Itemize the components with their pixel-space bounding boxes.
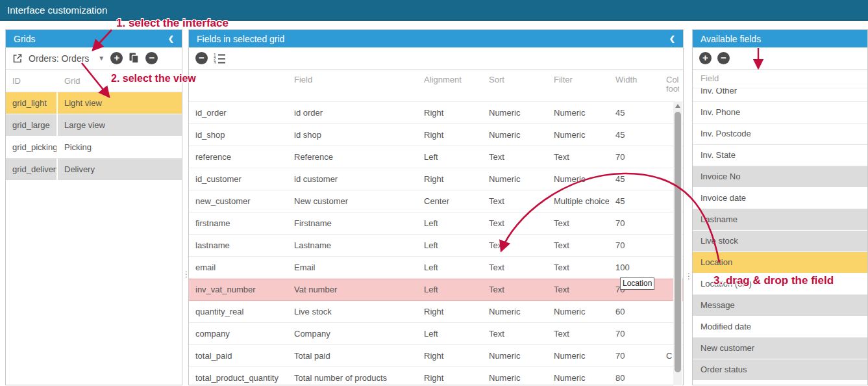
remove-available-button[interactable]: − xyxy=(717,52,730,64)
numbered-list-icon[interactable]: 1 2 3 xyxy=(214,53,227,64)
cell-sort: Numeric xyxy=(482,367,547,386)
cell-alignment: Right xyxy=(417,124,482,146)
cell-alignment: Center xyxy=(417,190,482,212)
panel-resize-handle-right[interactable]: ⋮ xyxy=(685,275,689,278)
cell-grid: Delivery xyxy=(58,159,182,180)
available-field-item[interactable]: Order status xyxy=(693,359,867,381)
field-row[interactable]: total_paidTotal paidRightNumericNumeric7… xyxy=(189,345,683,367)
annotation-step1: 1. select the interface xyxy=(116,17,229,30)
cell-field: Firstname xyxy=(288,212,417,234)
scrollbar-thumb[interactable] xyxy=(675,112,681,372)
available-field-item[interactable]: Lastname xyxy=(693,209,867,231)
cell-width: 45 xyxy=(609,190,660,212)
fields-panel-title: Fields in selected grid xyxy=(197,34,284,44)
fields-table-header: FieldAlignmentSortFilterWidthColumn foot… xyxy=(189,70,683,102)
field-row[interactable]: id_shopid shopRightNumericNumeric45 xyxy=(189,124,683,146)
cell-field: Company xyxy=(288,323,417,344)
fields-table-body: id_orderid orderRightNumericNumeric45id_… xyxy=(189,102,683,386)
cell-filter: Text xyxy=(547,212,609,234)
cell-alignment: Right xyxy=(417,301,482,322)
grid-row[interactable]: grid_deliveryDelivery xyxy=(6,159,182,181)
field-row[interactable]: firstnameFirstnameLeftTextText70 xyxy=(189,212,683,235)
field-row[interactable]: id_orderid orderRightNumericNumeric45 xyxy=(189,102,683,124)
fields-panel: Fields in selected grid ❮ − 1 2 3 FieldA… xyxy=(188,29,684,385)
cell-alignment: Right xyxy=(417,168,482,190)
column-header xyxy=(189,70,288,101)
grids-toolbar: Orders: Orders ▼ + − xyxy=(6,47,182,70)
remove-grid-button[interactable]: − xyxy=(145,52,158,64)
cell-field: id shop xyxy=(288,124,417,146)
cell-alignment: Right xyxy=(417,345,482,367)
grid-row[interactable]: grid_largeLarge view xyxy=(6,114,182,136)
cell-id: firstname xyxy=(189,212,288,234)
available-field-item[interactable]: Live stock xyxy=(693,231,867,252)
cell-sort: Text xyxy=(482,235,547,256)
cell-width: 70 xyxy=(609,146,660,168)
field-row[interactable]: inv_vat_numberVat numberLeftTextText70 xyxy=(189,279,683,301)
cell-field: Vat number xyxy=(288,279,417,300)
available-fields-panel: Available fields + − Field Inv. OtherInv… xyxy=(692,29,868,385)
scroll-up-icon[interactable] xyxy=(675,104,680,108)
available-toolbar: + − xyxy=(693,47,867,70)
field-row[interactable]: lastnameLastnameLeftTextText70 xyxy=(189,235,683,257)
field-row[interactable]: new_customerNew customerCenterTextMultip… xyxy=(189,190,683,212)
field-row[interactable]: referenceReferenceLeftTextText70 xyxy=(189,146,683,168)
cell-id: email xyxy=(189,257,288,278)
cell-field: id customer xyxy=(288,168,417,190)
cell-id: total_product_quantity xyxy=(189,367,288,386)
field-row[interactable]: total_product_quantityTotal number of pr… xyxy=(189,367,683,386)
grid-row[interactable]: grid_pickingPicking xyxy=(6,136,182,159)
available-field-item[interactable]: Location xyxy=(693,252,867,274)
grid-row[interactable]: grid_lightLight view xyxy=(6,92,182,114)
available-field-item[interactable]: Modified date xyxy=(693,316,867,338)
cell-field: Email xyxy=(288,257,417,278)
column-header: Alignment xyxy=(417,70,482,101)
copy-grid-button[interactable] xyxy=(129,53,140,64)
available-field-item[interactable]: Inv. Phone xyxy=(693,102,867,123)
cell-alignment: Left xyxy=(417,212,482,234)
cell-alignment: Left xyxy=(417,235,482,256)
drag-ghost: Location xyxy=(620,277,654,290)
cell-grid: Picking xyxy=(58,136,182,158)
available-field-item[interactable]: Invoice No xyxy=(693,166,867,188)
external-link-icon[interactable] xyxy=(12,53,23,64)
field-row[interactable]: id_customerid customerRightNumericNumeri… xyxy=(189,168,683,190)
fields-panel-header: Fields in selected grid ❮ xyxy=(189,30,683,47)
cell-id: lastname xyxy=(189,235,288,256)
cell-width: 45 xyxy=(609,124,660,146)
available-field-item[interactable]: New customer xyxy=(693,338,867,359)
cell-width: 70 xyxy=(609,345,660,367)
field-row[interactable]: quantity_realLive stockRightNumericNumer… xyxy=(189,301,683,323)
svg-text:3: 3 xyxy=(214,60,216,64)
collapse-left-icon[interactable]: ❮ xyxy=(168,34,174,43)
add-field-button[interactable]: + xyxy=(699,52,712,64)
panel-resize-handle-left[interactable]: ⋮ xyxy=(182,273,186,276)
add-grid-button[interactable]: + xyxy=(110,52,123,64)
available-field-item[interactable]: Inv. State xyxy=(693,145,867,166)
available-field-item[interactable]: Inv. Other xyxy=(693,88,867,102)
cell-id: grid_picking xyxy=(6,136,58,158)
cell-alignment: Right xyxy=(417,102,482,123)
column-header: Field xyxy=(288,70,417,101)
available-column-header: Field xyxy=(693,70,867,88)
remove-field-button[interactable]: − xyxy=(195,52,208,64)
cell-field: Total number of products xyxy=(288,367,417,386)
interface-selector[interactable]: Orders: Orders ▼ xyxy=(29,53,105,64)
cell-id: id_shop xyxy=(189,124,288,146)
available-field-item[interactable]: Inv. Postcode xyxy=(693,123,867,145)
cell-id: total_paid xyxy=(189,345,288,367)
field-row[interactable]: emailEmailLeftTextText100 xyxy=(189,257,683,279)
cell-width: 100 xyxy=(609,257,660,278)
field-row[interactable]: companyCompanyLeftTextText70 xyxy=(189,323,683,345)
column-header: ID xyxy=(6,76,58,86)
available-field-item[interactable]: Invoice date xyxy=(693,188,867,209)
cell-id: grid_light xyxy=(6,92,58,114)
cell-sort: Numeric xyxy=(482,124,547,146)
available-field-item[interactable]: Message xyxy=(693,295,867,316)
cell-field: Total paid xyxy=(288,345,417,367)
cell-sort: Numeric xyxy=(482,301,547,322)
fields-scrollbar[interactable] xyxy=(673,101,682,385)
cell-alignment: Left xyxy=(417,257,482,278)
collapse-middle-icon[interactable]: ❮ xyxy=(669,34,675,43)
cell-field: New customer xyxy=(288,190,417,212)
